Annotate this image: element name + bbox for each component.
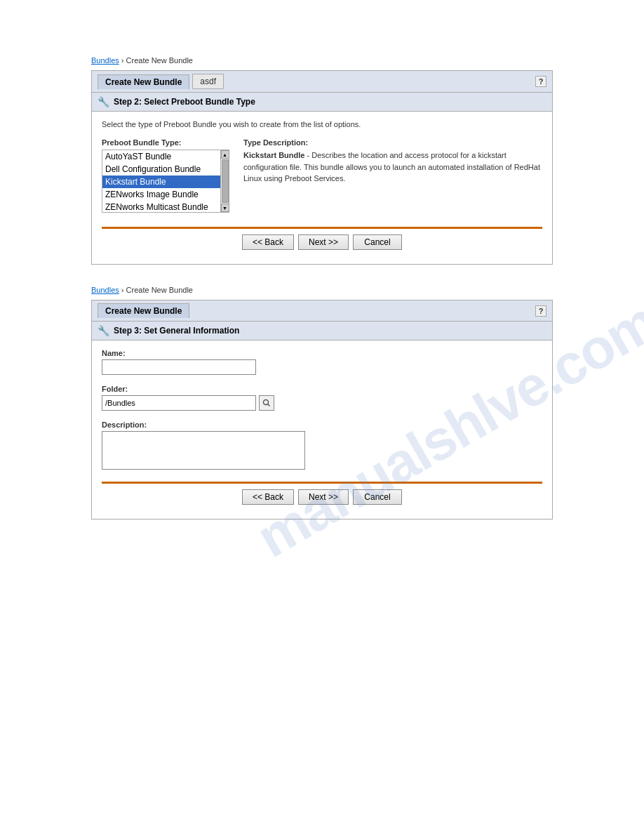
bundle-type-item-kickstart[interactable]: Kickstart Bundle <box>102 176 220 188</box>
breadcrumb-1: Bundles › Create New Bundle <box>91 56 553 65</box>
name-input[interactable] <box>102 359 256 375</box>
svg-line-1 <box>268 404 270 406</box>
breadcrumb-2: Bundles › Create New Bundle <box>91 286 553 294</box>
bundle-type-label: Preboot Bundle Type: <box>102 138 229 147</box>
panel1-body: Select the type of Preboot Bundle you wi… <box>92 112 552 264</box>
bundle-type-left: Preboot Bundle Type: AutoYaST Bundle Del… <box>102 138 229 213</box>
browse-button[interactable] <box>259 395 274 411</box>
bundle-type-section: Preboot Bundle Type: AutoYaST Bundle Del… <box>102 138 542 213</box>
search-icon <box>262 399 271 407</box>
folder-label: Folder: <box>102 385 542 393</box>
type-description-label: Type Description: <box>243 138 542 147</box>
panel1-help-button[interactable]: ? <box>535 76 546 87</box>
scroll-up-btn[interactable]: ▲ <box>221 150 229 159</box>
panel2-button-row: << Back Next >> Cancel <box>102 484 542 510</box>
breadcrumb-link-2[interactable]: Bundles <box>91 286 119 294</box>
breadcrumb-link-1[interactable]: Bundles <box>91 56 119 65</box>
panel2-cancel-button[interactable]: Cancel <box>353 489 402 505</box>
panel1-step-label: Step 2: Select Preboot Bundle Type <box>114 97 255 107</box>
bundle-type-item-zenworks-image[interactable]: ZENworks Image Bundle <box>102 188 220 201</box>
scroll-thumb[interactable] <box>222 159 229 203</box>
panel1-step-header: 🔧 Step 2: Select Preboot Bundle Type <box>92 93 552 112</box>
breadcrumb-sep-1: › <box>121 56 126 65</box>
bundle-type-item-zenworks-multicast[interactable]: ZENworks Multicast Bundle <box>102 201 220 212</box>
bundle-type-listbox-wrapper: AutoYaST Bundle Dell Configuration Bundl… <box>102 150 229 213</box>
panel1-name-tab: asdf <box>192 74 224 89</box>
description-input[interactable] <box>102 431 305 470</box>
panel2-body: Name: Folder: <box>92 340 552 519</box>
panel2-step-header: 🔧 Step 3: Set General Information <box>92 322 552 340</box>
panel1-button-row: << Back Next >> Cancel <box>102 229 542 256</box>
panel1-box: Create New Bundle asdf ? 🔧 Step 2: Selec… <box>91 70 553 265</box>
type-description-text: Kickstart Bundle - Describes the locatio… <box>243 150 542 185</box>
breadcrumb-current-2: Create New Bundle <box>126 286 193 294</box>
panel2-box: Create New Bundle ? 🔧 Step 3: Set Genera… <box>91 300 553 519</box>
bundle-type-item-dell[interactable]: Dell Configuration Bundle <box>102 163 220 176</box>
bundle-type-item-autoyast[interactable]: AutoYaST Bundle <box>102 150 220 163</box>
panel1-description: Select the type of Preboot Bundle you wi… <box>102 120 542 128</box>
panel2-step-label: Step 3: Set General Information <box>114 326 239 336</box>
panel1-title-tab[interactable]: Create New Bundle <box>98 74 189 89</box>
folder-group: Folder: <box>102 385 542 411</box>
name-label: Name: <box>102 349 542 357</box>
panel2-header: Create New Bundle ? <box>92 300 552 322</box>
bundle-type-list[interactable]: AutoYaST Bundle Dell Configuration Bundl… <box>102 150 220 212</box>
panel2: Bundles › Create New Bundle Create New B… <box>91 286 553 519</box>
panel1-header: Create New Bundle asdf ? <box>92 71 552 93</box>
panel2-step-icon: 🔧 <box>98 325 109 336</box>
breadcrumb-current-1: Create New Bundle <box>126 56 193 65</box>
panel1-step-icon: 🔧 <box>98 96 109 107</box>
panel1-next-button[interactable]: Next >> <box>298 234 349 250</box>
folder-input[interactable] <box>102 395 256 411</box>
panel2-help-button[interactable]: ? <box>535 305 546 317</box>
folder-row <box>102 395 542 411</box>
bundle-type-right: Type Description: Kickstart Bundle - Des… <box>243 138 542 213</box>
scroll-down-btn[interactable]: ▼ <box>221 204 229 212</box>
panel2-next-button[interactable]: Next >> <box>298 489 349 505</box>
panel1-back-button[interactable]: << Back <box>242 234 294 250</box>
panel2-back-button[interactable]: << Back <box>242 489 294 505</box>
panel1: Bundles › Create New Bundle Create New B… <box>91 56 553 265</box>
panel2-title-tab[interactable]: Create New Bundle <box>98 303 189 318</box>
listbox-scrollbar[interactable]: ▲ ▼ <box>220 150 229 212</box>
description-group: Description: <box>102 421 542 472</box>
description-label: Description: <box>102 421 542 429</box>
breadcrumb-sep-2: › <box>121 286 126 294</box>
svg-point-0 <box>264 400 269 405</box>
name-group: Name: <box>102 349 542 375</box>
panel1-cancel-button[interactable]: Cancel <box>353 234 402 250</box>
